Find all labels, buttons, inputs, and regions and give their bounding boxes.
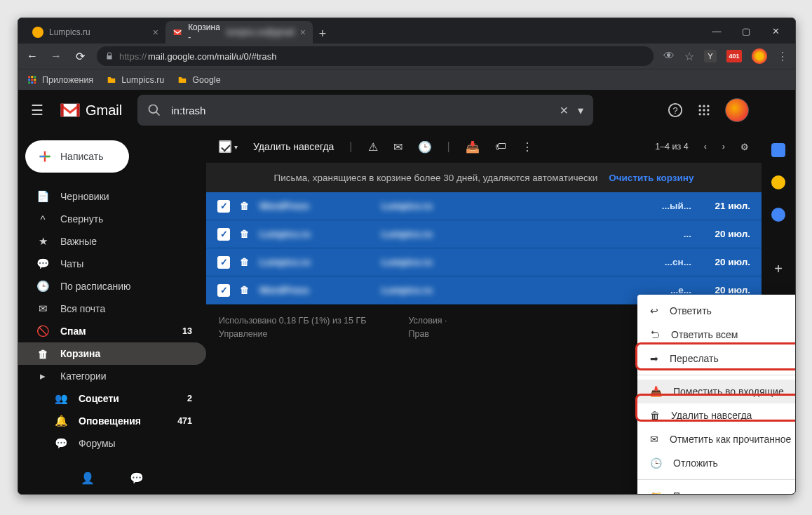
new-tab-button[interactable]: + [313, 24, 332, 44]
ctx-mark-read[interactable]: ✉Отметить как прочитанное [637, 427, 796, 451]
tasks-addon-icon[interactable] [771, 208, 785, 222]
address-bar[interactable]: https:// mail.google.com/mail/u/0/#trash [97, 46, 654, 66]
sidebar-item-9[interactable]: 👥Соцсети2 [18, 387, 206, 410]
gmail-ext-badge[interactable]: 401 [726, 50, 742, 62]
sidebar-item-11[interactable]: 💬Форумы [18, 432, 206, 455]
gmail-brand-text: Gmail [86, 102, 122, 119]
main-menu-button[interactable]: ☰ [31, 102, 43, 119]
ctx-forward[interactable]: ➡Переслать [637, 347, 796, 370]
ctx-move[interactable]: 📁Переместить▸ [637, 484, 796, 495]
browser-tab-1[interactable]: Lumpics.ru × [25, 21, 165, 44]
sidebar-item-8[interactable]: ▸Категории [18, 365, 206, 387]
row-date: 21 июл. [701, 201, 750, 211]
sidebar-label: Форумы [79, 438, 116, 449]
folder-move-icon: 📁 [650, 490, 662, 495]
ctx-reply[interactable]: ↩Ответить [637, 299, 796, 323]
move-to-icon[interactable]: 📥 [466, 140, 480, 154]
row-delete-icon[interactable]: 🗑 [240, 285, 250, 295]
row-delete-icon[interactable]: 🗑 [240, 257, 250, 267]
sidebar-item-4[interactable]: 🕒По расписанию [18, 275, 206, 297]
sidebar-item-3[interactable]: 💬Чаты [18, 253, 206, 275]
profile-avatar[interactable] [752, 48, 767, 64]
apps-label: Приложения [42, 75, 93, 85]
empty-trash-link[interactable]: Очистить корзину [609, 173, 693, 183]
apps-button[interactable]: Приложения [27, 75, 93, 85]
mail-row-1[interactable]: ✓🗑Lumpics.ruLumpics.ru...20 июл. [206, 220, 762, 248]
close-window-button[interactable]: ✕ [766, 26, 785, 36]
close-icon[interactable]: × [300, 27, 306, 38]
sidebar-footer: 👤 💬 [18, 466, 206, 490]
svg-rect-7 [31, 81, 33, 83]
gmail-logo[interactable]: Gmail [59, 102, 122, 119]
svg-point-9 [149, 105, 158, 114]
ctx-move-to-inbox[interactable]: 📥Поместить во входящие [637, 380, 796, 403]
svg-line-10 [156, 112, 160, 116]
delete-forever-button[interactable]: Удалить навсегда [253, 141, 334, 152]
back-button[interactable]: ← [25, 50, 39, 62]
contacts-icon[interactable]: 👤 [81, 471, 95, 485]
row-checkbox[interactable]: ✓ [217, 284, 230, 297]
tab-title: Lumpics.ru [49, 27, 90, 37]
compose-button[interactable]: Написать [25, 140, 129, 173]
settings-gear-icon[interactable]: ⚙ [740, 142, 749, 152]
svg-rect-8 [34, 81, 36, 83]
row-delete-icon[interactable]: 🗑 [240, 201, 250, 211]
label-icon[interactable]: 🏷 [495, 140, 506, 153]
ctx-reply-all[interactable]: ⮌Ответить всем [637, 323, 796, 347]
sidebar-item-0[interactable]: 📄Черновики [18, 185, 206, 208]
kebab-menu-button[interactable]: ⋮ [777, 50, 788, 63]
calendar-addon-icon[interactable] [771, 143, 785, 157]
storage-text: Использовано 0,18 ГБ (1%) из 15 ГБ [219, 316, 366, 326]
row-checkbox[interactable]: ✓ [217, 228, 230, 241]
select-all-checkbox[interactable]: ▾ [219, 140, 238, 153]
mail-row-0[interactable]: ✓🗑WordPressLumpics.ru...ый...21 июл. [206, 192, 762, 220]
reload-button[interactable]: ⟳ [73, 50, 87, 63]
mark-read-icon[interactable]: ✉ [393, 140, 402, 154]
report-spam-icon[interactable]: ⚠ [368, 140, 378, 154]
apps-launcher-icon[interactable] [697, 103, 711, 117]
ctx-snooze[interactable]: 🕒Отложить [637, 451, 796, 475]
hangouts-icon[interactable]: 💬 [130, 471, 144, 485]
bookmark-google[interactable]: Google [177, 75, 220, 85]
sidebar-item-2[interactable]: ★Важные [18, 230, 206, 253]
search-options-button[interactable]: ▾ [578, 104, 583, 117]
clear-search-button[interactable]: × [560, 102, 569, 119]
keep-addon-icon[interactable] [771, 175, 785, 189]
forward-button[interactable]: → [49, 50, 63, 62]
svg-rect-0 [28, 76, 30, 78]
terms-link[interactable]: Условия · [408, 316, 447, 326]
snooze-icon[interactable]: 🕒 [418, 140, 432, 154]
sidebar-item-7[interactable]: 🗑Корзина [18, 342, 206, 365]
trash-notice: Письма, хранящиеся в корзине более 30 дн… [206, 163, 762, 192]
row-checkbox[interactable]: ✓ [217, 200, 230, 213]
more-actions-icon[interactable]: ⋮ [522, 140, 533, 154]
row-delete-icon[interactable]: 🗑 [240, 229, 250, 239]
svg-rect-5 [34, 79, 36, 81]
search-bar[interactable]: × ▾ [137, 95, 593, 126]
mail-row-2[interactable]: ✓🗑Lumpics.ruLumpics.ru...сн...20 июл. [206, 248, 762, 276]
bookmark-lumpics[interactable]: Lumpics.ru [106, 75, 164, 85]
minimize-button[interactable]: — [707, 26, 726, 36]
maximize-button[interactable]: ▢ [736, 26, 756, 36]
favicon-icon [32, 27, 43, 38]
row-checkbox[interactable]: ✓ [217, 256, 230, 269]
manage-link[interactable]: Управление [219, 329, 268, 339]
account-avatar[interactable] [725, 98, 749, 122]
eye-icon[interactable]: 👁 [663, 50, 675, 62]
close-icon[interactable]: × [153, 27, 158, 38]
add-addon-button[interactable]: + [774, 261, 783, 277]
ext-y-icon[interactable]: Y [704, 50, 717, 62]
star-icon[interactable]: ☆ [684, 50, 694, 63]
gmail-header: ☰ Gmail × ▾ ? [18, 90, 762, 131]
next-page-button[interactable]: › [722, 142, 725, 152]
sidebar-item-5[interactable]: ✉Вся почта [18, 297, 206, 320]
prev-page-button[interactable]: ‹ [704, 142, 707, 152]
sidebar-item-6[interactable]: 🚫Спам13 [18, 320, 206, 342]
sidebar-item-10[interactable]: 🔔Оповещения471 [18, 410, 206, 432]
browser-tab-2[interactable]: Корзина - lumpics.xx@gmail × [165, 21, 313, 44]
help-icon[interactable]: ? [668, 102, 683, 118]
sidebar-item-1[interactable]: ^Свернуть [18, 208, 206, 230]
legal-link[interactable]: Прав [408, 329, 429, 339]
ctx-delete-forever[interactable]: 🗑Удалить навсегда [637, 403, 796, 427]
search-input[interactable] [171, 105, 550, 116]
